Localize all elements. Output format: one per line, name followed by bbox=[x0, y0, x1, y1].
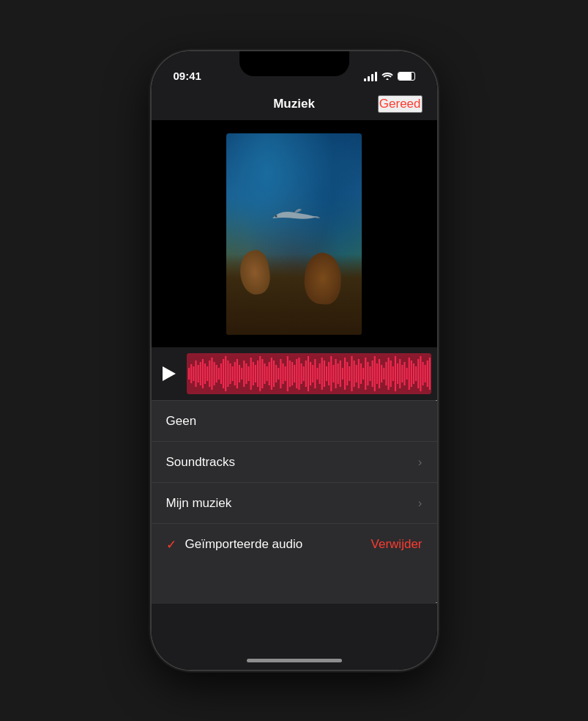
svg-rect-25 bbox=[241, 368, 242, 380]
svg-rect-77 bbox=[360, 363, 361, 384]
svg-rect-107 bbox=[428, 358, 430, 390]
page-title: Muziek bbox=[273, 97, 315, 111]
svg-rect-9 bbox=[204, 363, 206, 384]
svg-rect-89 bbox=[387, 358, 389, 390]
svg-rect-97 bbox=[406, 368, 407, 380]
menu-item-geimporteerde-audio[interactable]: ✓ Geïmporteerde audio Verwijder bbox=[152, 524, 437, 565]
svg-rect-91 bbox=[392, 366, 393, 381]
svg-rect-41 bbox=[278, 368, 279, 380]
svg-rect-7 bbox=[199, 362, 201, 385]
svg-rect-78 bbox=[362, 368, 364, 380]
svg-rect-95 bbox=[401, 365, 403, 382]
svg-rect-94 bbox=[399, 359, 401, 388]
battery-icon bbox=[398, 72, 415, 81]
done-button[interactable]: Gereed bbox=[378, 95, 423, 113]
svg-rect-99 bbox=[410, 360, 412, 387]
svg-rect-46 bbox=[289, 360, 290, 387]
svg-rect-4 bbox=[193, 366, 194, 381]
svg-point-0 bbox=[275, 215, 277, 217]
svg-rect-82 bbox=[371, 360, 373, 387]
svg-rect-67 bbox=[337, 363, 338, 384]
svg-rect-31 bbox=[254, 365, 256, 382]
svg-rect-10 bbox=[206, 366, 208, 381]
svg-rect-65 bbox=[332, 365, 334, 382]
svg-rect-14 bbox=[215, 365, 217, 382]
svg-rect-48 bbox=[294, 365, 295, 382]
svg-rect-8 bbox=[201, 359, 203, 388]
svg-rect-2 bbox=[188, 368, 190, 380]
wifi-icon bbox=[382, 70, 393, 82]
svg-rect-36 bbox=[266, 366, 267, 381]
svg-rect-45 bbox=[286, 356, 288, 391]
svg-rect-83 bbox=[373, 356, 375, 391]
svg-rect-44 bbox=[284, 366, 286, 381]
svg-rect-71 bbox=[346, 362, 348, 385]
svg-rect-60 bbox=[321, 358, 322, 390]
svg-rect-27 bbox=[245, 363, 247, 384]
menu-item-mijn-muziek-label: Mijn muziek bbox=[166, 496, 418, 511]
waveform-display bbox=[187, 353, 431, 394]
svg-rect-39 bbox=[272, 360, 274, 387]
svg-rect-20 bbox=[229, 363, 231, 384]
svg-rect-98 bbox=[408, 358, 409, 390]
video-preview bbox=[152, 120, 437, 347]
svg-rect-84 bbox=[376, 363, 377, 384]
home-indicator[interactable] bbox=[247, 659, 342, 662]
annotation-line-verwijder bbox=[436, 602, 437, 603]
svg-rect-40 bbox=[275, 365, 277, 382]
svg-rect-61 bbox=[323, 360, 324, 387]
svg-rect-92 bbox=[394, 356, 395, 391]
svg-rect-23 bbox=[236, 359, 237, 388]
svg-rect-42 bbox=[280, 359, 281, 388]
play-button[interactable] bbox=[157, 362, 181, 385]
svg-rect-64 bbox=[330, 356, 332, 391]
svg-rect-19 bbox=[227, 360, 228, 387]
svg-rect-88 bbox=[385, 362, 387, 385]
svg-rect-22 bbox=[234, 362, 235, 385]
svg-rect-43 bbox=[282, 363, 283, 384]
svg-rect-47 bbox=[291, 362, 292, 385]
svg-rect-105 bbox=[424, 365, 425, 382]
svg-rect-103 bbox=[420, 356, 421, 391]
menu-list: Geen Soundtracks › Mijn muziek › ✓ Geïmp… bbox=[152, 401, 437, 604]
phone-frame: 09:41 bbox=[152, 51, 437, 670]
svg-rect-28 bbox=[248, 366, 249, 381]
svg-rect-62 bbox=[325, 366, 327, 381]
svg-rect-59 bbox=[319, 363, 320, 384]
svg-rect-101 bbox=[415, 366, 417, 381]
svg-rect-104 bbox=[422, 362, 423, 385]
svg-rect-16 bbox=[220, 363, 221, 384]
menu-item-soundtracks[interactable]: Soundtracks › bbox=[152, 442, 437, 483]
svg-rect-17 bbox=[223, 359, 224, 388]
svg-rect-96 bbox=[403, 362, 405, 385]
menu-item-mijn-muziek[interactable]: Mijn muziek › bbox=[152, 483, 437, 524]
svg-rect-49 bbox=[296, 359, 297, 388]
svg-rect-54 bbox=[307, 356, 308, 391]
svg-rect-53 bbox=[305, 360, 306, 387]
menu-item-geen[interactable]: Geen bbox=[152, 401, 437, 442]
svg-rect-24 bbox=[238, 365, 239, 382]
screen: 09:41 bbox=[152, 51, 437, 670]
svg-rect-80 bbox=[367, 362, 368, 385]
svg-rect-11 bbox=[209, 360, 210, 387]
svg-rect-57 bbox=[314, 359, 316, 388]
svg-rect-38 bbox=[270, 358, 272, 390]
svg-rect-34 bbox=[261, 359, 263, 388]
svg-rect-69 bbox=[341, 368, 343, 380]
underwater-background bbox=[226, 133, 362, 335]
svg-rect-29 bbox=[250, 358, 251, 390]
svg-rect-76 bbox=[357, 359, 359, 388]
svg-rect-106 bbox=[426, 360, 428, 387]
verwijder-button[interactable]: Verwijder bbox=[371, 537, 423, 552]
svg-rect-21 bbox=[231, 366, 233, 381]
svg-rect-30 bbox=[252, 362, 253, 385]
svg-rect-68 bbox=[339, 360, 340, 387]
svg-rect-15 bbox=[217, 368, 219, 380]
svg-rect-90 bbox=[390, 360, 391, 387]
status-icons bbox=[364, 70, 415, 82]
svg-rect-6 bbox=[197, 365, 198, 382]
svg-rect-55 bbox=[310, 362, 311, 385]
checkmark-icon: ✓ bbox=[166, 537, 176, 552]
svg-rect-35 bbox=[264, 363, 265, 384]
nav-bar: Muziek Gereed bbox=[152, 88, 437, 120]
